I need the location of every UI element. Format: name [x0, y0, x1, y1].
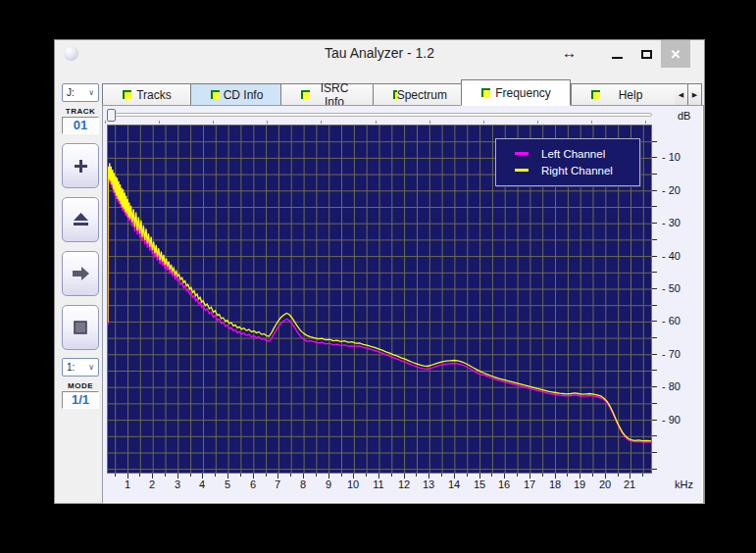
y-tick: [652, 190, 657, 191]
mode-label: MODE: [62, 381, 99, 390]
x-tick-label: 6: [250, 478, 256, 490]
y-tick: [652, 256, 657, 257]
x-tick-label: 17: [524, 478, 535, 490]
x-tick: [567, 474, 568, 477]
tab-tracks[interactable]: Tracks: [102, 83, 190, 106]
x-tick: [266, 474, 267, 477]
y-tick: [652, 354, 657, 355]
scroll-left-button[interactable]: ◀: [675, 83, 688, 106]
y-tick: [652, 452, 657, 453]
close-button[interactable]: ✕: [661, 40, 690, 68]
chevron-down-icon: ∨: [88, 88, 94, 97]
x-tick: [190, 474, 191, 477]
x-tick: [441, 474, 442, 477]
eject-icon: [73, 213, 89, 226]
tab-label: CD Info: [220, 88, 280, 102]
y-tick: [652, 420, 657, 421]
stop-button[interactable]: [62, 305, 99, 350]
y-tick: [652, 337, 657, 338]
y-tick: [652, 435, 657, 436]
y-axis-unit-label: dB: [678, 110, 690, 122]
tab-page-icon: [591, 90, 600, 99]
track-number-value: 01: [62, 117, 99, 134]
tab-page-icon: [211, 90, 220, 99]
app-window: Tau Analyzer - 1.2 ↔ ✕ TracksCD InfoISRC…: [54, 39, 705, 504]
x-tick-label: 14: [448, 478, 460, 490]
sidebar: J: ∨ TRACK 01 1: ∨ MODE 1/1: [62, 83, 99, 409]
y-tick: [652, 288, 657, 289]
mode-value: 1/1: [62, 391, 99, 409]
y-tick-label: - 60: [662, 315, 680, 327]
mode-combo-label: 1:: [67, 362, 75, 373]
legend-entry: Left Channel: [496, 145, 639, 162]
eject-button[interactable]: [62, 197, 99, 242]
frequency-panel: Left ChannelRight Channel - 10- 20- 30- …: [102, 105, 704, 504]
x-tick-label: 13: [423, 478, 434, 490]
legend: Left ChannelRight Channel: [495, 138, 640, 186]
minimize-button[interactable]: [602, 40, 631, 68]
arrow-right-icon: [72, 267, 89, 280]
y-tick: [652, 272, 657, 273]
x-tick-label: 16: [498, 478, 510, 490]
x-tick: [416, 474, 417, 477]
x-tick: [592, 474, 593, 477]
resize-arrows-icon: ↔: [562, 44, 577, 61]
x-tick: [115, 474, 116, 477]
tab-label: Spectrum: [397, 88, 461, 102]
x-tick-label: 15: [474, 478, 485, 490]
x-axis-unit-label: kHz: [675, 478, 693, 490]
legend-line-swatch: [515, 169, 529, 172]
y-tick: [652, 206, 657, 207]
title-bar[interactable]: Tau Analyzer - 1.2 ↔ ✕: [55, 40, 704, 68]
y-tick-label: - 30: [662, 217, 680, 228]
legend-label: Left Channel: [541, 148, 605, 160]
tab-cd-info[interactable]: CD Info: [190, 83, 280, 106]
slider-track[interactable]: [107, 113, 652, 117]
next-button[interactable]: [62, 251, 99, 296]
drive-select-combo[interactable]: J: ∨: [62, 83, 99, 102]
x-tick: [542, 474, 543, 477]
x-tick: [642, 474, 643, 477]
y-tick-label: - 50: [662, 282, 680, 294]
arrow-left-icon: ◀: [679, 91, 683, 99]
x-tick-label: 1: [125, 478, 130, 490]
stop-icon: [74, 321, 87, 334]
y-tick-label: - 20: [662, 184, 680, 196]
x-tick-label: 7: [275, 478, 280, 490]
tab-isrc-info[interactable]: ISRC Info: [280, 83, 373, 106]
x-tick-label: 4: [199, 478, 205, 490]
x-tick-label: 3: [175, 478, 180, 490]
add-button[interactable]: [62, 143, 99, 188]
x-tick: [316, 474, 317, 477]
tab-help[interactable]: Help: [571, 83, 675, 106]
mode-select-combo[interactable]: 1: ∨: [62, 358, 99, 377]
tab-spectrum[interactable]: Spectrum: [373, 83, 461, 106]
x-tick: [491, 474, 492, 477]
legend-label: Right Channel: [541, 165, 613, 176]
maximize-button[interactable]: [631, 40, 661, 68]
y-tick: [652, 370, 657, 371]
tab-frequency[interactable]: Frequency: [461, 79, 571, 106]
scroll-right-button[interactable]: ▶: [688, 83, 702, 106]
y-tick-label: - 40: [662, 250, 680, 262]
y-tick: [652, 141, 657, 142]
tab-strip: TracksCD InfoISRC InfoSpectrumFrequencyH…: [102, 81, 702, 106]
x-tick-label: 18: [549, 478, 561, 490]
x-tick: [165, 474, 166, 477]
x-tick-label: 8: [300, 478, 306, 490]
y-tick-label: - 80: [662, 380, 680, 392]
legend-entry: Right Channel: [496, 162, 639, 178]
y-tick: [652, 403, 657, 404]
tab-label: Frequency: [490, 86, 570, 100]
y-axis: - 10- 20- 30- 40- 50- 60- 70- 80- 90: [652, 125, 705, 474]
x-tick: [467, 474, 468, 477]
arrow-right-icon: ▶: [692, 91, 697, 99]
y-tick: [652, 157, 657, 158]
screen: Tau Analyzer - 1.2 ↔ ✕ TracksCD InfoISRC…: [0, 0, 756, 553]
x-tick: [618, 474, 619, 477]
x-tick: [139, 474, 140, 477]
y-tick: [652, 239, 657, 240]
chevron-down-icon: ∨: [88, 363, 94, 372]
y-tick: [652, 223, 657, 224]
drive-combo-label: J:: [67, 87, 75, 98]
